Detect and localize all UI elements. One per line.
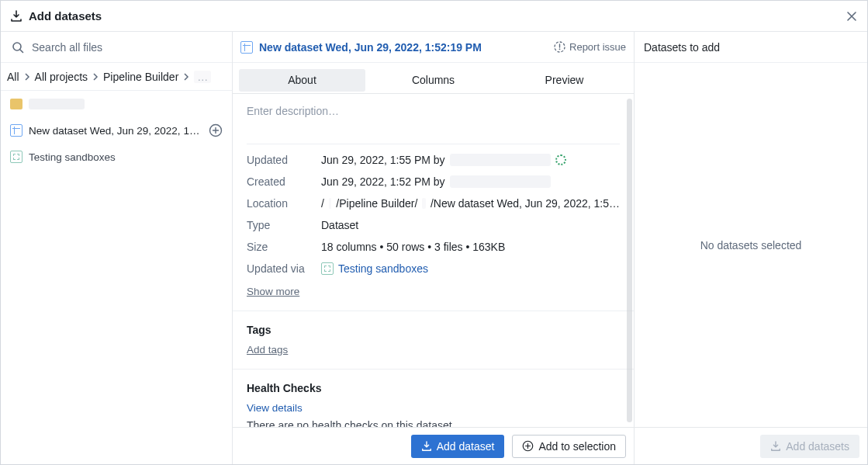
dialog-titlebar: Add datasets: [1, 1, 867, 32]
tabs: About Columns Preview: [233, 63, 634, 94]
dialog-title: Add datasets: [29, 9, 846, 23]
detail-footer: Add dataset Add to selection: [233, 427, 634, 464]
label-updated: Updated: [247, 154, 321, 166]
add-to-selection-label: Add to selection: [538, 440, 616, 453]
dataset-title[interactable]: New dataset Wed, Jun 29, 2022, 1:52:19 P…: [259, 41, 548, 54]
warning-circle-icon: [554, 41, 565, 53]
crumb-overflow[interactable]: …: [194, 71, 211, 83]
label-created: Created: [247, 175, 321, 188]
tab-preview[interactable]: Preview: [501, 69, 628, 92]
search-row: [1, 32, 232, 63]
sync-status-icon: [555, 154, 566, 165]
label-size: Size: [247, 241, 321, 253]
add-dataset-label: Add dataset: [437, 440, 495, 453]
file-browser-panel: All All projects Pipeline Builder …: [1, 32, 233, 464]
crumb-all[interactable]: All: [7, 71, 19, 83]
dataset-icon: [240, 41, 253, 54]
sandbox-row-label: Testing sandboxes: [29, 151, 223, 163]
add-dataset-button[interactable]: Add dataset: [411, 435, 505, 458]
download-icon: [770, 441, 781, 452]
value-updated-via[interactable]: Testing sandboxes: [321, 262, 620, 275]
health-view-details-link[interactable]: View details: [247, 402, 303, 414]
value-type: Dataset: [321, 219, 620, 231]
detail-panel: New dataset Wed, Jun 29, 2022, 1:52:19 P…: [233, 32, 635, 464]
report-issue-label: Report issue: [569, 41, 626, 53]
value-size: 18 columns • 50 rows • 3 files • 163KB: [321, 241, 620, 253]
breadcrumb: All All projects Pipeline Builder …: [1, 63, 232, 91]
selection-title: Datasets to add: [635, 32, 867, 63]
add-to-selection-button[interactable]: Add to selection: [512, 435, 626, 458]
tags-title: Tags: [247, 324, 620, 336]
chevron-right-icon: [183, 73, 189, 81]
download-icon: [10, 10, 22, 23]
metadata-grid: Updated Jun 29, 2022, 1:55 PM by Created…: [247, 154, 620, 275]
tab-about[interactable]: About: [239, 69, 365, 92]
folder-icon: [10, 99, 22, 109]
search-icon: [12, 41, 24, 54]
value-location: //Pipeline Builder//New dataset Wed, Jun…: [321, 197, 620, 210]
dataset-icon: [10, 124, 22, 137]
health-title: Health Checks: [247, 382, 620, 394]
chevron-right-icon: [24, 73, 30, 81]
chevron-right-icon: [92, 73, 99, 81]
crumb-pipeline-builder[interactable]: Pipeline Builder: [103, 71, 178, 83]
file-list: New dataset Wed, Jun 29, 2022, 1:… Testi…: [1, 91, 232, 464]
selection-empty: No datasets selected: [635, 63, 867, 427]
health-empty-text: There are no health checks on this datas…: [247, 419, 620, 427]
folder-row[interactable]: [1, 91, 232, 117]
search-input[interactable]: [32, 41, 221, 54]
add-circle-icon[interactable]: [209, 123, 223, 137]
label-location: Location: [247, 197, 321, 210]
value-created: Jun 29, 2022, 1:52 PM by: [321, 175, 620, 188]
report-issue-button[interactable]: Report issue: [554, 41, 626, 53]
close-icon[interactable]: [846, 10, 858, 23]
show-more-link[interactable]: Show more: [247, 286, 299, 297]
download-icon: [421, 441, 432, 452]
description-input[interactable]: [247, 105, 620, 144]
user-redacted: [450, 175, 551, 188]
sandbox-row[interactable]: Testing sandboxes: [1, 144, 232, 170]
add-tags-link[interactable]: Add tags: [247, 344, 288, 356]
sandbox-icon: [321, 262, 334, 275]
label-updated-via: Updated via: [247, 262, 321, 275]
about-pane: Updated Jun 29, 2022, 1:55 PM by Created…: [233, 94, 634, 427]
label-type: Type: [247, 219, 321, 231]
detail-header: New dataset Wed, Jun 29, 2022, 1:52:19 P…: [233, 32, 634, 63]
tab-columns[interactable]: Columns: [370, 69, 496, 92]
add-datasets-button: Add datasets: [760, 435, 859, 458]
scrollbar[interactable]: [627, 99, 632, 422]
selection-panel: Datasets to add No datasets selected Add…: [635, 32, 867, 464]
user-redacted: [450, 154, 551, 166]
add-circle-icon: [522, 440, 534, 452]
crumb-all-projects[interactable]: All projects: [35, 71, 88, 83]
value-updated: Jun 29, 2022, 1:55 PM by: [321, 154, 620, 166]
selection-footer: Add datasets: [635, 427, 867, 464]
dataset-row[interactable]: New dataset Wed, Jun 29, 2022, 1:…: [1, 117, 232, 144]
dataset-row-label: New dataset Wed, Jun 29, 2022, 1:…: [29, 125, 202, 137]
svg-point-3: [559, 48, 561, 50]
sandbox-icon: [10, 151, 22, 163]
add-datasets-label: Add datasets: [786, 440, 849, 453]
folder-name-redacted: [29, 99, 85, 109]
